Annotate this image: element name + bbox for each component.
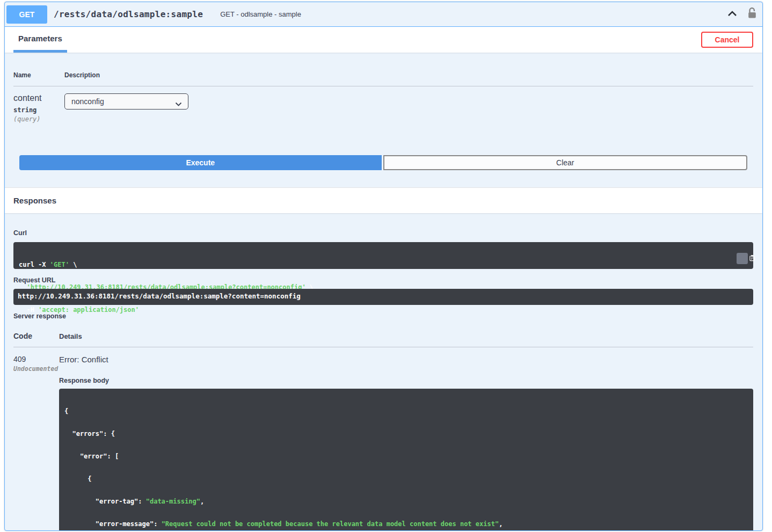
- server-response-row: 409 Undocumented Error: Conflict Respons…: [13, 347, 753, 531]
- response-body-label: Response body: [59, 377, 753, 384]
- responses-title: Responses: [13, 196, 56, 205]
- execute-wrapper: Execute Clear: [5, 155, 762, 170]
- responses-inner: Curl curl -X 'GET' \ 'http://10.249.31.3…: [5, 213, 762, 531]
- status-code: 409: [13, 355, 59, 363]
- collapse-button[interactable]: [726, 9, 739, 20]
- clear-button[interactable]: Clear: [383, 155, 748, 170]
- method-badge: GET: [6, 5, 47, 24]
- curl-label: Curl: [13, 229, 753, 237]
- parameter-row-content: content string (query) nonconfig: [13, 86, 753, 123]
- authorize-button[interactable]: [746, 6, 758, 23]
- parameter-location: (query): [13, 115, 64, 123]
- curl-command: curl -X 'GET' \ 'http://10.249.31.36:818…: [13, 242, 753, 269]
- parameter-name: content: [13, 93, 64, 103]
- copy-curl-button[interactable]: [737, 253, 748, 264]
- endpoint-description: GET - odlsample - sample: [220, 10, 301, 18]
- chevron-up-icon: [727, 11, 738, 19]
- undocumented-badge: Undocumented: [13, 365, 59, 373]
- parameters-title: Parameters: [18, 34, 62, 43]
- execute-button[interactable]: Execute: [19, 155, 382, 170]
- error-title: Error: Conflict: [59, 355, 753, 364]
- operation-summary[interactable]: GET /rests/data/odlsample:sample GET - o…: [5, 2, 762, 27]
- clipboard-copy-icon: [729, 246, 755, 271]
- responses-section-header: Responses: [5, 187, 762, 213]
- parameters-table: Name Description content string (query) …: [5, 53, 762, 123]
- parameter-type: string: [13, 106, 64, 114]
- column-header-description: Description: [64, 71, 100, 79]
- tab-parameters[interactable]: Parameters: [13, 27, 67, 53]
- cancel-button[interactable]: Cancel: [701, 32, 753, 48]
- response-body-code: { "errors": { "error": [ { "error-tag": …: [59, 389, 753, 531]
- column-header-name: Name: [13, 71, 64, 79]
- operation-block-get: GET /rests/data/odlsample:sample GET - o…: [4, 2, 763, 531]
- parameters-section-header: Parameters Cancel: [5, 27, 762, 53]
- request-url-value: http://10.249.31.36:8181/rests/data/odls…: [13, 289, 753, 305]
- endpoint-path: /rests/data/odlsample:sample: [54, 9, 203, 19]
- unlock-icon: [747, 13, 757, 21]
- content-select[interactable]: nonconfig: [64, 93, 188, 110]
